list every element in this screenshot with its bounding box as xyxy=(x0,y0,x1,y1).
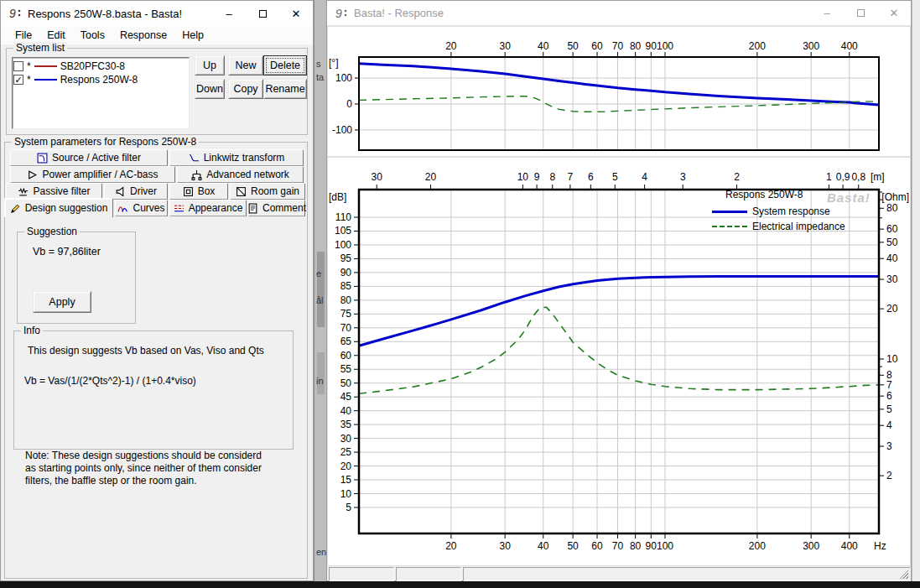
rename-button[interactable]: Rename xyxy=(263,79,307,99)
tab-room-gain[interactable]: Room gain xyxy=(230,183,305,200)
linkwitz-curve-icon xyxy=(189,153,200,164)
passive-filter-icon xyxy=(18,186,29,197)
checkbox-unchecked[interactable] xyxy=(13,61,23,71)
svg-text:90: 90 xyxy=(340,267,352,278)
tab-box[interactable]: Box xyxy=(169,183,228,200)
tab-label: Comment xyxy=(262,202,306,214)
tab-power-amplifier-ac-bass[interactable]: Power amplifier / AC-bass xyxy=(10,166,175,183)
tab-comment[interactable]: Comment xyxy=(248,200,305,216)
menu-file[interactable]: File xyxy=(8,28,39,43)
clipped-text-fragment: in xyxy=(316,376,324,386)
close-button[interactable]: ✕ xyxy=(877,1,911,25)
tab-passive-filter[interactable]: Passive filter xyxy=(6,183,102,200)
appearance-icon xyxy=(174,203,185,214)
comment-icon xyxy=(247,203,258,214)
tab-appearance[interactable]: Appearance xyxy=(169,200,247,216)
svg-text:30: 30 xyxy=(372,171,383,183)
main-window-titlebar[interactable]: 9 Respons 250W-8.basta - Basta! – ✕ xyxy=(1,1,313,26)
maximize-button[interactable] xyxy=(844,1,877,25)
minimize-button[interactable]: – xyxy=(810,1,844,25)
up-button[interactable]: Up xyxy=(195,55,225,75)
svg-text:-100: -100 xyxy=(332,124,352,136)
close-button[interactable]: ✕ xyxy=(279,1,313,26)
svg-text:400: 400 xyxy=(841,40,858,52)
speaker-icon xyxy=(115,186,126,197)
svg-text:30: 30 xyxy=(340,433,352,445)
tab-curves[interactable]: Curves xyxy=(115,200,168,216)
tab-linkwitz-transform[interactable]: Linkwitz transform xyxy=(169,149,304,166)
tab-label: Power amplifier / AC-bass xyxy=(42,169,158,180)
svg-text:15: 15 xyxy=(340,474,352,486)
tab-label: Linkwitz transform xyxy=(204,152,285,164)
minimize-button[interactable]: – xyxy=(212,1,246,26)
window-title: Basta! - Response xyxy=(354,7,810,19)
status-panel-2 xyxy=(396,567,461,581)
maximize-button[interactable] xyxy=(246,1,279,26)
response-window: 9 Basta! - Response – ✕ 2030405060708090… xyxy=(326,0,912,581)
svg-text:50: 50 xyxy=(886,237,898,248)
svg-text:85: 85 xyxy=(340,280,352,292)
svg-text:65: 65 xyxy=(340,336,352,347)
svg-text:Hz: Hz xyxy=(874,540,886,552)
svg-text:55: 55 xyxy=(340,363,352,375)
pencil-icon xyxy=(10,203,21,214)
svg-text:75: 75 xyxy=(340,308,352,320)
design-note: Note: These design suggestions should be… xyxy=(25,450,294,487)
svg-text:50: 50 xyxy=(340,377,352,389)
svg-text:6: 6 xyxy=(588,171,594,183)
tab-advanced-network[interactable]: Advanced network xyxy=(177,166,304,183)
menu-edit[interactable]: Edit xyxy=(39,28,73,43)
curve-color-sample xyxy=(34,79,57,81)
tab-source-active-filter[interactable]: Source / Active filter xyxy=(10,149,168,166)
svg-text:5: 5 xyxy=(612,171,618,183)
svg-text:200: 200 xyxy=(749,540,766,552)
menu-tools[interactable]: Tools xyxy=(73,28,112,43)
copy-button[interactable]: Copy xyxy=(228,79,263,99)
status-bar xyxy=(329,567,911,581)
svg-text:80: 80 xyxy=(886,202,898,214)
svg-text:5: 5 xyxy=(886,403,892,415)
box-icon xyxy=(183,186,194,197)
svg-text:8: 8 xyxy=(886,369,892,381)
tab-design-suggestion[interactable]: Design suggestion xyxy=(4,198,113,217)
svg-text:400: 400 xyxy=(841,540,858,552)
room-gain-icon xyxy=(236,186,247,197)
svg-text:7: 7 xyxy=(568,171,574,183)
svg-text:3: 3 xyxy=(886,440,892,452)
window-title: Respons 250W-8.basta - Basta! xyxy=(28,8,212,20)
svg-text:2: 2 xyxy=(886,470,892,481)
svg-text:10: 10 xyxy=(886,353,898,365)
svg-text:0,9: 0,9 xyxy=(836,171,850,183)
status-panel-1 xyxy=(329,567,394,581)
tab-driver[interactable]: Driver xyxy=(104,183,168,200)
resize-grip[interactable] xyxy=(897,568,908,579)
system-name: Respons 250W-8 xyxy=(60,74,138,86)
system-list-item[interactable]: *SB20PFC30-8 xyxy=(13,60,188,73)
svg-text:9: 9 xyxy=(9,7,16,20)
svg-text:45: 45 xyxy=(340,391,352,403)
svg-text:100: 100 xyxy=(335,239,351,251)
svg-text:3: 3 xyxy=(680,171,686,183)
clipped-text-fragment: ål xyxy=(316,295,324,305)
checkbox-checked[interactable]: ✓ xyxy=(13,75,23,85)
new-button[interactable]: New xyxy=(228,55,263,75)
info-groupbox: Info This design suggests Vb based on Va… xyxy=(13,330,294,450)
svg-text:25: 25 xyxy=(340,446,352,458)
tab-label: Driver xyxy=(130,185,157,197)
svg-text:110: 110 xyxy=(335,211,351,223)
info-label: Info xyxy=(21,325,43,336)
svg-text:9: 9 xyxy=(335,7,342,20)
svg-text:10: 10 xyxy=(517,171,529,183)
system-listbox[interactable]: *SB20PFC30-8✓*Respons 250W-8 xyxy=(12,57,190,129)
menu-help[interactable]: Help xyxy=(174,28,211,43)
svg-text:40: 40 xyxy=(886,252,898,264)
delete-button[interactable]: Delete xyxy=(263,55,307,75)
system-list-item[interactable]: ✓*Respons 250W-8 xyxy=(13,73,188,86)
system-response-line-sample xyxy=(712,211,747,213)
response-window-titlebar[interactable]: 9 Basta! - Response – ✕ xyxy=(327,1,911,26)
lowpass-filter-icon xyxy=(37,153,48,164)
down-button[interactable]: Down xyxy=(195,79,225,99)
menu-response[interactable]: Response xyxy=(112,28,174,43)
svg-text:30: 30 xyxy=(499,540,511,552)
apply-button[interactable]: Apply xyxy=(33,291,91,313)
